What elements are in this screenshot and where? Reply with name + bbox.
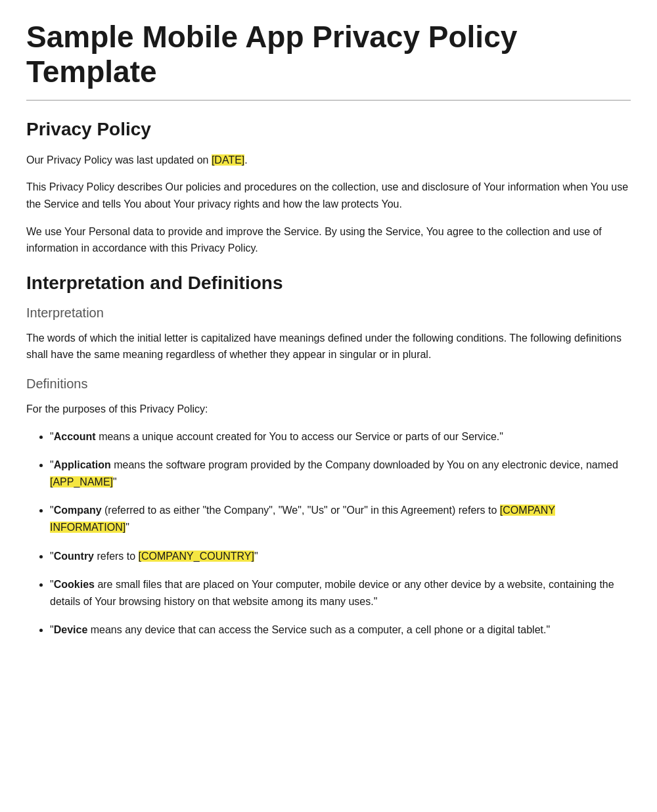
term-country: Country [54,551,94,562]
last-updated-prefix: Our Privacy Policy was last updated on [26,154,212,166]
privacy-intro-1: This Privacy Policy describes Our polici… [26,179,631,212]
privacy-policy-section: Privacy Policy Our Privacy Policy was la… [26,119,631,257]
interpretation-subsection: Interpretation The words of which the in… [26,305,631,363]
interpretation-definitions-section: Interpretation and Definitions Interpret… [26,273,631,639]
page-title: Sample Mobile App Privacy Policy Templat… [26,20,631,89]
list-item: "Account means a unique account created … [50,428,631,445]
def-company: (referred to as either "the Company", "W… [102,505,500,516]
privacy-intro-2: We use Your Personal data to provide and… [26,223,631,257]
privacy-policy-heading: Privacy Policy [26,119,631,140]
app-name-highlight: [APP_NAME] [50,476,113,487]
interpretation-definitions-heading: Interpretation and Definitions [26,273,631,294]
list-item: "Device means any device that can access… [50,621,631,639]
def-device: means any device that can access the Ser… [87,624,546,635]
last-updated-suffix: . [244,154,247,166]
def-cookies: are small files that are placed on Your … [50,579,614,607]
list-item: "Country refers to [COMPANY_COUNTRY]" [50,548,631,565]
list-item: "Application means the software program … [50,457,631,490]
term-company: Company [54,505,102,516]
term-cookies: Cookies [54,579,95,590]
interpretation-paragraph: The words of which the initial letter is… [26,330,631,363]
def-country: refers to [94,551,139,562]
title-divider [26,100,631,101]
term-device: Device [54,624,88,635]
definitions-subheading: Definitions [26,376,631,392]
list-item: "Company (referred to as either "the Com… [50,502,631,535]
def-account: means a unique account created for You t… [96,431,500,442]
last-updated-paragraph: Our Privacy Policy was last updated on [… [26,152,631,169]
term-application: Application [54,459,111,470]
def-application: means the software program provided by t… [111,459,618,470]
definitions-intro: For the purposes of this Privacy Policy: [26,401,631,418]
interpretation-subheading: Interpretation [26,305,631,321]
definitions-subsection: Definitions For the purposes of this Pri… [26,376,631,639]
list-item: "Cookies are small files that are placed… [50,576,631,610]
company-country-highlight: [COMPANY_COUNTRY] [139,551,254,562]
last-updated-date: [DATE] [212,154,244,166]
term-account: Account [54,431,96,442]
definitions-list: "Account means a unique account created … [26,428,631,639]
